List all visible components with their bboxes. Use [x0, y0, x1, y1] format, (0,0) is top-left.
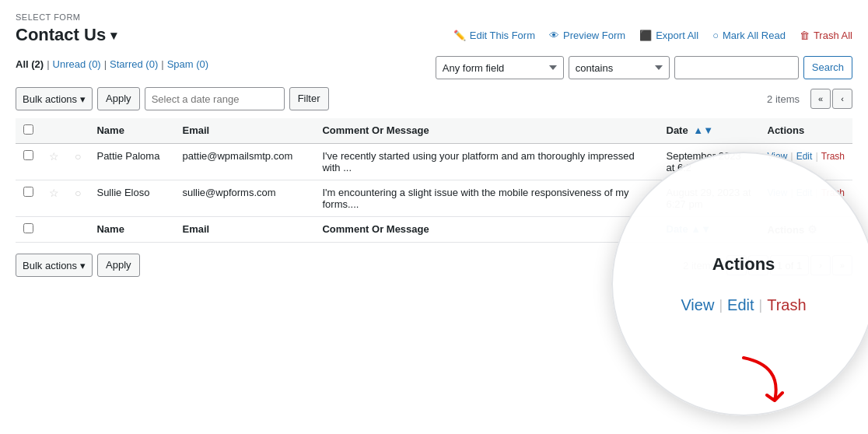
row-name-1: Pattie Paloma [89, 144, 174, 180]
red-arrow [736, 350, 806, 412]
th-actions: Actions [760, 118, 853, 144]
eye-icon: 👁 [549, 30, 559, 41]
edit-link-1[interactable]: Edit [796, 151, 813, 162]
filter-button[interactable]: Filter [289, 87, 329, 110]
row-msg-2: I'm encountering a slight issue with the… [314, 180, 658, 217]
mark-all-read-label: Mark All Read [723, 30, 786, 41]
row-msg-1: I've recently started using your platfor… [314, 144, 658, 180]
form-actions-bar: ✏️ Edit This Form 👁 Preview Form ⬛ Expor… [453, 30, 852, 41]
th-checkbox [16, 118, 41, 144]
mark-all-read-link[interactable]: ○ Mark All Read [712, 30, 786, 41]
form-title[interactable]: Contact Us ▾ [16, 25, 117, 45]
circle-icon-1[interactable]: ○ [75, 150, 81, 163]
search-button[interactable]: Search [803, 56, 852, 79]
bulk-chevron-icon: ▾ [80, 93, 86, 105]
tab-all[interactable]: All (2) [16, 58, 44, 70]
overlay-view-link[interactable]: View [676, 296, 719, 314]
form-title-row: Contact Us ▾ ✏️ Edit This Form 👁 Preview… [16, 25, 852, 45]
row-circle-1: ○ [67, 144, 89, 180]
select-all-checkbox[interactable] [23, 124, 33, 135]
row-checkbox-2 [16, 180, 41, 217]
th-date[interactable]: Date ▲▼ [659, 118, 760, 144]
form-title-text: Contact Us [16, 25, 106, 45]
apply-button-top[interactable]: Apply [97, 87, 140, 110]
pagination-top: « ‹ [810, 89, 852, 109]
form-field-select[interactable]: Any form field Name Email Comment Or Mes… [436, 56, 564, 79]
row-email-2: sullie@wpforms.com [174, 180, 314, 217]
circle-icon: ○ [712, 30, 719, 41]
th-name: Name [89, 118, 174, 144]
prev-page-btn-top[interactable]: ‹ [832, 89, 852, 109]
row-name-2: Sullie Eloso [89, 180, 174, 217]
items-count-top: 2 items [767, 93, 800, 105]
tab-spam[interactable]: Spam (0) [167, 58, 208, 70]
circle-icon-2[interactable]: ○ [75, 187, 81, 199]
trash-icon: 🗑 [800, 30, 810, 41]
th-message: Comment Or Message [314, 118, 658, 144]
row-checkbox-input-2[interactable] [23, 187, 33, 197]
edit-form-link[interactable]: ✏️ Edit This Form [453, 30, 535, 41]
bulk-actions-select-bottom[interactable]: Bulk actions ▾ [16, 254, 93, 277]
footer-name-col: Name [89, 217, 174, 243]
export-all-label: Export All [656, 30, 698, 41]
trash-link-1[interactable]: Trash [821, 151, 845, 162]
row-email-1: pattie@wpmailsmtp.com [174, 144, 314, 180]
sort-icon: ▲▼ [693, 124, 713, 136]
star-icon-2[interactable]: ☆ [49, 187, 59, 199]
th-circle [67, 118, 89, 144]
select-form-label: SELECT FORM [16, 12, 852, 22]
row-star-2: ☆ [41, 180, 67, 217]
apply-button-bottom[interactable]: Apply [97, 254, 140, 277]
preview-form-link[interactable]: 👁 Preview Form [549, 30, 625, 41]
overlay-trash-link[interactable]: Trash [762, 296, 810, 314]
first-page-btn-top[interactable]: « [810, 89, 831, 109]
search-input[interactable] [674, 56, 799, 79]
th-star [41, 118, 67, 144]
table-header: Name Email Comment Or Message Date ▲▼ Ac… [16, 118, 852, 144]
row-circle-2: ○ [67, 180, 89, 217]
filter-tabs: All (2) | Unread (0) | Starred (0) | Spa… [16, 58, 208, 70]
bulk-actions-label-bottom: Bulk actions [23, 260, 77, 271]
top-area: All (2) | Unread (0) | Starred (0) | Spa… [16, 56, 852, 79]
overlay-edit-link[interactable]: Edit [723, 296, 758, 314]
footer-checkbox[interactable] [23, 223, 33, 233]
row-star-1: ☆ [41, 144, 67, 180]
export-icon: ⬛ [639, 30, 652, 41]
tab-unread[interactable]: Unread (0) [53, 58, 101, 70]
edit-form-label: Edit This Form [470, 30, 535, 41]
row-checkbox-1 [16, 144, 41, 180]
contains-select[interactable]: contains does not contain is is not [569, 56, 670, 79]
bulk-actions-select-top[interactable]: Bulk actions ▾ [16, 87, 93, 110]
trash-all-link[interactable]: 🗑 Trash All [800, 30, 852, 41]
bulk-actions-label-top: Bulk actions [23, 93, 77, 105]
export-all-link[interactable]: ⬛ Export All [639, 30, 698, 41]
overlay-links: View | Edit | Trash [676, 296, 810, 314]
th-email: Email [174, 118, 314, 144]
footer-msg-col: Comment Or Message [314, 217, 658, 243]
form-title-chevron[interactable]: ▾ [110, 28, 117, 43]
overlay-title: Actions [712, 254, 775, 275]
bulk-actions-top-row: Bulk actions ▾ Apply Filter 2 items « ‹ [16, 87, 852, 110]
date-range-input[interactable] [145, 87, 285, 110]
bulk-chevron-icon-bottom: ▾ [80, 260, 86, 271]
footer-email-col: Email [174, 217, 314, 243]
preview-form-label: Preview Form [563, 30, 625, 41]
trash-all-label: Trash All [814, 30, 852, 41]
star-icon-1[interactable]: ☆ [49, 150, 59, 163]
row-checkbox-input-1[interactable] [23, 150, 33, 160]
edit-icon: ✏️ [453, 30, 466, 41]
tab-starred[interactable]: Starred (0) [110, 58, 158, 70]
search-row: Any form field Name Email Comment Or Mes… [436, 56, 852, 79]
